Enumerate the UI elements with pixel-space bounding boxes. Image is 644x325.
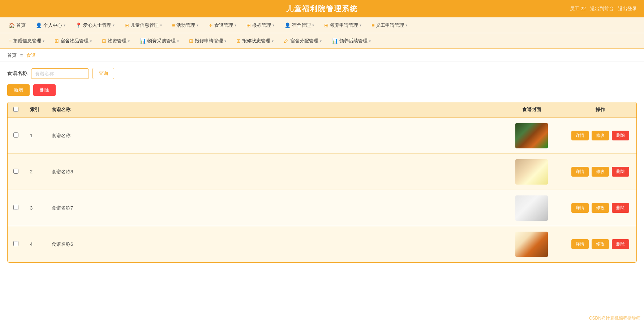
col-index: 索引 — [24, 102, 46, 118]
chevron-down-icon-9: ▾ — [405, 23, 407, 27]
nav-item-dorm[interactable]: 👤 宿舍管理 ▾ — [279, 18, 319, 32]
nav-repair-status-label: 报修状态管理 — [242, 38, 270, 44]
row-checkbox-cell — [8, 154, 24, 190]
chevron-down-icon-6: ▾ — [272, 23, 274, 27]
breadcrumb: 首页 ≡ 食谱 — [0, 49, 644, 62]
row-checkbox-cell — [8, 118, 24, 154]
breadcrumb-separator: ≡ — [20, 52, 23, 58]
edit-button[interactable]: 修改 — [592, 167, 609, 177]
nav-item-adoption[interactable]: ⊞ 领养申请管理 ▾ — [319, 18, 366, 32]
nav-recipe-label: 食谱管理 — [214, 22, 233, 29]
row-checkbox[interactable] — [13, 205, 18, 210]
row-checkbox[interactable] — [13, 132, 18, 138]
home-icon: 🏠 — [9, 22, 15, 28]
nav-item-supplies[interactable]: ⊞ 物资管理 ▾ — [97, 34, 135, 48]
back-to-front-btn[interactable]: 退出到前台 — [590, 5, 614, 12]
nav-post-adoption-label: 领养后续管理 — [339, 38, 368, 44]
nav-item-volunteer2[interactable]: ≡ 义工申请管理 ▾ — [366, 18, 412, 32]
nav-item-home[interactable]: 🏠 首页 — [4, 18, 31, 32]
list-icon: ≡ — [172, 22, 175, 28]
main-content: 食谱名称 查询 新增 删除 索引 食谱名称 食谱封面 操作 1食谱名称 — [0, 62, 644, 269]
chevron-down-icon-16: ▾ — [320, 39, 322, 43]
nav-item-children[interactable]: ⊞ 儿童信息管理 ▾ — [120, 18, 167, 32]
employee-label: 员工 22 — [570, 5, 586, 12]
batch-delete-button[interactable]: 删除 — [33, 84, 56, 96]
chevron-down-icon-3: ▾ — [160, 23, 162, 27]
nav-building-label: 楼栋管理 — [252, 22, 271, 29]
detail-button[interactable]: 详情 — [571, 239, 589, 249]
nav-item-volunteer[interactable]: 📍 爱心人士管理 ▾ — [70, 18, 120, 32]
row-recipe-cover — [499, 154, 564, 190]
edit-button[interactable]: 修改 — [592, 131, 609, 140]
nav-children-label: 儿童信息管理 — [130, 22, 159, 29]
nav-item-procurement[interactable]: 📊 物资采购管理 ▾ — [135, 34, 184, 48]
nav-personal-label: 个人中心 — [43, 22, 62, 29]
food-image — [515, 123, 548, 148]
delete-button[interactable]: 删除 — [612, 167, 629, 177]
detail-button[interactable]: 详情 — [571, 131, 589, 140]
delete-button[interactable]: 删除 — [612, 131, 629, 140]
row-operations: 详情 修改 删除 — [564, 226, 636, 262]
col-action: 操作 — [564, 102, 636, 118]
nav-item-post-adoption[interactable]: 📊 领养后续管理 ▾ — [327, 34, 376, 48]
row-operations: 详情 修改 删除 — [564, 154, 636, 190]
dorm-items-icon: ⊞ — [55, 38, 59, 44]
row-checkbox[interactable] — [13, 169, 18, 174]
nav-item-activity[interactable]: ≡ 活动管理 ▾ — [167, 18, 203, 32]
search-input[interactable] — [31, 68, 89, 79]
breadcrumb-home[interactable]: 首页 — [7, 52, 17, 58]
col-name: 食谱名称 — [46, 102, 499, 118]
detail-button[interactable]: 详情 — [571, 203, 589, 213]
dorm-icon: 👤 — [284, 22, 291, 28]
header-actions: 员工 22 退出到前台 退出登录 — [570, 5, 637, 12]
row-index: 3 — [24, 190, 46, 226]
nav-bar-2: ≡ 捐赠信息管理 ▾ ⊞ 宿舍物品管理 ▾ ⊞ 物资管理 ▾ 📊 物资采购管理 … — [0, 33, 644, 49]
add-button[interactable]: 新增 — [7, 84, 30, 96]
food-image — [515, 232, 548, 257]
nav-item-building[interactable]: ⊞ 楼栋管理 ▾ — [241, 18, 279, 32]
delete-button[interactable]: 删除 — [612, 203, 629, 213]
chevron-down-icon-11: ▾ — [90, 39, 92, 43]
nav-dorm-items-label: 宿舍物品管理 — [60, 38, 89, 44]
op-buttons: 详情 修改 删除 — [570, 239, 631, 249]
query-button[interactable]: 查询 — [93, 68, 114, 79]
row-index: 1 — [24, 118, 46, 154]
table-row: 2食谱名称8 详情 修改 删除 — [8, 154, 636, 190]
action-buttons: 新增 删除 — [7, 84, 637, 96]
send-icon: ✈ — [209, 22, 213, 28]
breadcrumb-current: 食谱 — [26, 52, 36, 58]
nav-item-dorm-assign[interactable]: 🖊 宿舍分配管理 ▾ — [279, 34, 327, 48]
row-recipe-name: 食谱名称7 — [46, 190, 499, 226]
detail-button[interactable]: 详情 — [571, 167, 589, 177]
row-checkbox-cell — [8, 190, 24, 226]
building-icon: ⊞ — [246, 22, 251, 28]
select-all-checkbox[interactable] — [13, 107, 18, 112]
top-header: 儿童福利院管理系统 员工 22 退出到前台 退出登录 — [0, 0, 644, 17]
edit-button[interactable]: 修改 — [592, 203, 609, 213]
nav-dorm-label: 宿舍管理 — [292, 22, 311, 29]
list2-icon: ≡ — [372, 22, 374, 28]
chevron-down-icon-17: ▾ — [369, 39, 371, 43]
nav-item-repair[interactable]: ⊞ 报修申请管理 ▾ — [184, 34, 231, 48]
row-recipe-cover — [499, 118, 564, 154]
logout-btn[interactable]: 退出登录 — [618, 5, 637, 12]
op-buttons: 详情 修改 删除 — [570, 203, 631, 213]
search-label: 食谱名称 — [7, 70, 27, 77]
row-checkbox[interactable] — [13, 241, 18, 246]
chevron-down-icon-15: ▾ — [272, 39, 274, 43]
nav-item-dorm-items[interactable]: ⊞ 宿舍物品管理 ▾ — [50, 34, 97, 48]
row-operations: 详情 修改 删除 — [564, 190, 636, 226]
nav-item-personal[interactable]: 👤 个人中心 ▾ — [31, 18, 70, 32]
delete-button[interactable]: 删除 — [612, 239, 629, 249]
op-buttons: 详情 修改 删除 — [570, 131, 631, 140]
nav-item-donation[interactable]: ≡ 捐赠信息管理 ▾ — [4, 34, 50, 48]
adoption-icon: ⊞ — [324, 22, 329, 28]
nav-item-recipe[interactable]: ✈ 食谱管理 ▾ — [203, 18, 241, 32]
table-row: 3食谱名称7 详情 修改 删除 — [8, 190, 636, 226]
nav-item-repair-status[interactable]: ⊞ 报修状态管理 ▾ — [231, 34, 279, 48]
donation-icon: ≡ — [9, 38, 12, 44]
procurement-icon: 📊 — [140, 38, 146, 44]
nav-repair-label: 报修申请管理 — [195, 38, 223, 44]
repair-status-icon: ⊞ — [236, 38, 241, 44]
edit-button[interactable]: 修改 — [592, 239, 609, 249]
